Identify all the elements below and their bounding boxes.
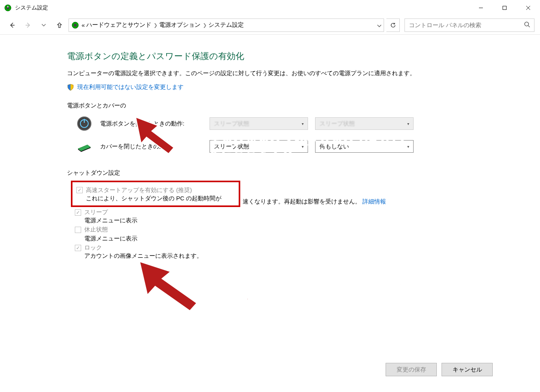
svg-rect-4	[503, 6, 507, 10]
cancel-button[interactable]: キャンセル	[442, 363, 493, 376]
page-description: コンピューターの電源設定を選択できます。このページの設定に対して行う変更は、お使…	[67, 68, 445, 78]
minimize-button[interactable]	[469, 0, 493, 16]
forward-button[interactable]	[21, 18, 35, 32]
recent-dropdown[interactable]	[37, 18, 50, 32]
title-bar: システム設定	[0, 0, 540, 16]
page-heading: 電源ボタンの定義とパスワード保護の有効化	[67, 50, 540, 62]
section-power-buttons: 電源ボタンとカバーの	[67, 102, 540, 109]
sleep-checkbox[interactable]: スリープ	[75, 209, 108, 216]
shield-icon	[67, 84, 74, 91]
power-button-plugged-dropdown[interactable]: スリープ状態▾	[315, 117, 414, 130]
shutdown-settings-label: シャットダウン設定	[67, 169, 540, 177]
breadcrumb-prefix: «	[82, 22, 85, 28]
fast-startup-sub: これにより、シャットダウン後の PC の起動時間が	[86, 195, 235, 202]
chevron-down-icon: ▾	[302, 122, 304, 126]
footer-buttons: 変更の保存 キャンセル	[386, 363, 493, 376]
annotation-text-bottom: ココをクリックしてチェックを外し、変更の保存をクリックで完了	[205, 274, 412, 307]
refresh-button[interactable]	[386, 18, 400, 32]
search-box[interactable]	[405, 18, 534, 32]
checkbox-icon	[76, 187, 83, 193]
maximize-button[interactable]	[493, 0, 516, 16]
hibernate-checkbox-row: 休止状態 電源メニューに表示	[75, 226, 540, 242]
chevron-right-icon: ❯	[203, 22, 207, 28]
admin-link-text: 現在利用可能ではない設定を変更します	[77, 83, 184, 91]
svg-point-10	[74, 24, 77, 27]
checkbox-icon	[75, 209, 81, 216]
navigation-bar: « ハードウェアとサウンド❯ 電源オプション❯ システム設定	[0, 16, 540, 35]
svg-line-12	[528, 26, 530, 27]
sleep-checkbox-row: スリープ 電源メニューに表示	[75, 209, 540, 225]
annotation-text-top: 下記チェックボックスがクリックできない場合は先にここをクリック。	[173, 132, 405, 165]
close-button[interactable]	[516, 0, 540, 16]
hibernate-sub: 電源メニューに表示	[84, 235, 540, 242]
svg-point-11	[525, 22, 529, 26]
back-button[interactable]	[6, 18, 19, 32]
window-controls	[469, 0, 540, 16]
breadcrumb-item[interactable]: ハードウェアとサウンド❯	[86, 21, 158, 29]
search-input[interactable]	[409, 22, 524, 28]
power-button-battery-dropdown[interactable]: スリープ状態▾	[210, 117, 308, 130]
fast-startup-sub-overflow: 速くなります。再起動は影響を受けません。 詳細情報	[243, 198, 386, 205]
svg-point-13	[77, 116, 91, 131]
hibernate-checkbox[interactable]: 休止状態	[75, 226, 108, 233]
address-bar[interactable]: « ハードウェアとサウンド❯ 電源オプション❯ システム設定	[69, 18, 384, 32]
lock-checkbox[interactable]: ロック	[75, 244, 102, 251]
fast-startup-more-link[interactable]: 詳細情報	[362, 198, 386, 205]
fast-startup-checkbox[interactable]: 高速スタートアップを有効にする (推奨)	[76, 187, 192, 194]
up-button[interactable]	[53, 18, 66, 32]
laptop-icon	[76, 138, 93, 155]
chevron-down-icon: ▾	[407, 144, 409, 149]
svg-rect-2	[7, 6, 8, 7]
window-title: システム設定	[15, 4, 48, 11]
power-icon	[76, 115, 93, 132]
address-icon	[71, 21, 79, 29]
breadcrumb-item[interactable]: システム設定	[208, 21, 244, 29]
search-icon	[524, 21, 530, 29]
sleep-sub: 電源メニューに表示	[84, 217, 540, 224]
chevron-right-icon: ❯	[154, 22, 158, 28]
annotation-arrow-icon	[131, 112, 178, 159]
admin-settings-link[interactable]: 現在利用可能ではない設定を変更します	[67, 83, 540, 91]
annotation-arrow-icon	[134, 256, 201, 323]
address-dropdown[interactable]	[377, 22, 381, 28]
svg-marker-17	[135, 117, 174, 154]
breadcrumb-item[interactable]: 電源オプション❯	[159, 21, 207, 29]
chevron-down-icon: ▾	[407, 122, 409, 126]
checkbox-icon	[75, 245, 81, 251]
save-button[interactable]: 変更の保存	[386, 363, 437, 376]
svg-marker-18	[139, 261, 197, 311]
app-icon	[4, 4, 12, 12]
annotation-highlight-box: 高速スタートアップを有効にする (推奨) これにより、シャットダウン後の PC …	[71, 181, 240, 207]
checkbox-icon	[75, 227, 81, 233]
